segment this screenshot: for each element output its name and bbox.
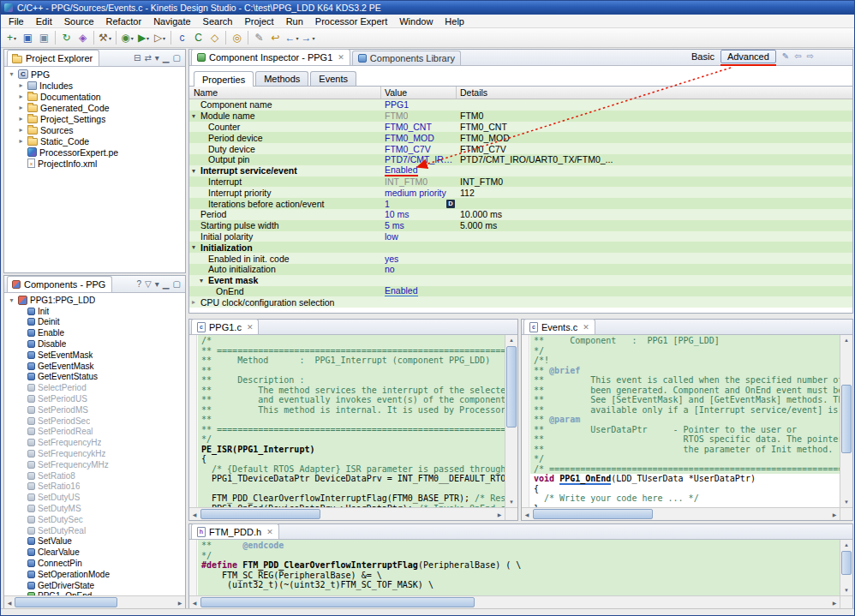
tab-properties[interactable]: Properties: [194, 71, 254, 87]
expand-toggle-icon[interactable]: ▸: [17, 115, 25, 123]
tree-item-static-code[interactable]: ▸Static_Code: [4, 135, 185, 147]
expand-toggle-icon[interactable]: ▾: [8, 296, 15, 304]
tree-item-sources[interactable]: ▸Sources: [4, 124, 185, 135]
close-icon[interactable]: ✕: [583, 323, 589, 332]
pe-component-icon[interactable]: ◈: [75, 30, 91, 46]
property-row-output-pin[interactable]: Output pinPTD7/CMT_IRO/UART0_TX/FTM0_...…: [189, 154, 852, 165]
tab-components[interactable]: Components - PPG: [7, 276, 112, 292]
components-horizontal-scrollbar[interactable]: ◀ ▶: [4, 595, 185, 608]
help-icon[interactable]: ?: [137, 280, 142, 289]
component-item-geteventstatus[interactable]: GetEventStatus: [4, 372, 185, 383]
menu-source[interactable]: Source: [58, 15, 100, 27]
component-item-ppg1-ppg-ldd[interactable]: ▾PPG1:PPG_LDD: [4, 295, 185, 306]
scroll-down-icon[interactable]: ▼: [840, 585, 852, 595]
component-item-seteventmask[interactable]: SetEventMask: [4, 350, 185, 361]
scrollbar-thumb[interactable]: [200, 597, 475, 607]
component-item-clearvalue[interactable]: ClearValue: [4, 547, 185, 558]
property-row-module-name[interactable]: ▾Module nameFTM0FTM0: [189, 111, 852, 122]
horizontal-scrollbar[interactable]: ◀ ▶: [189, 595, 840, 608]
menu-refactor[interactable]: Refactor: [100, 15, 148, 27]
row-toggle-icon[interactable]: ▾: [200, 277, 208, 284]
build-icon[interactable]: ⚒▾: [97, 30, 113, 46]
menu-navigate[interactable]: Navigate: [147, 15, 196, 27]
run-icon[interactable]: ▶▾: [135, 30, 152, 46]
component-item-setvalue[interactable]: SetValue: [4, 536, 185, 547]
scroll-left-icon[interactable]: ◀: [189, 596, 200, 608]
close-icon[interactable]: ✕: [247, 323, 254, 332]
property-row-onend[interactable]: OnEndEnabled: [189, 286, 852, 297]
property-row-duty-device[interactable]: Duty deviceFTM0_C7VFTM0_C7V: [189, 143, 852, 154]
link-with-editor-icon[interactable]: ⇄: [144, 54, 151, 63]
forward-history-icon[interactable]: →▾: [300, 30, 316, 46]
generate-code-icon[interactable]: ↻: [58, 30, 75, 46]
tab-components-library[interactable]: Components Library: [352, 51, 461, 65]
maximize-icon[interactable]: ▢: [173, 280, 181, 289]
basic-mode-button[interactable]: Basic: [691, 51, 714, 62]
property-row-event-mask[interactable]: ▾Event mask: [189, 275, 852, 286]
property-row-interrupt[interactable]: InterruptINT_FTM0INT_FTM0: [189, 176, 852, 188]
menu-processor-expert[interactable]: Processor Expert: [309, 15, 393, 27]
tab-events[interactable]: Events: [310, 71, 356, 86]
component-item-getdriverstate[interactable]: GetDriverState: [4, 580, 185, 591]
property-row-interrupt-priority[interactable]: Interrupt prioritymedium priority112: [189, 187, 852, 198]
tab-ftmpddh[interactable]: h FTM_PDD.h ✕: [191, 523, 279, 539]
search-icon[interactable]: ◎: [229, 30, 245, 46]
new-wizard-icon[interactable]: +▾: [3, 30, 20, 46]
minimize-icon[interactable]: ▁: [163, 280, 170, 289]
scroll-left-icon[interactable]: ◀: [4, 596, 15, 608]
tree-item-documentation[interactable]: ▸Documentation: [4, 91, 185, 102]
component-item-init[interactable]: Init: [4, 306, 185, 317]
menu-window[interactable]: Window: [393, 15, 439, 27]
scroll-down-icon[interactable]: ▼: [840, 497, 852, 507]
component-item-setfrequencykhz[interactable]: SetFrequencykHz: [4, 448, 185, 459]
property-row-period-device[interactable]: Period deviceFTM0_MODFTM0_MOD: [189, 132, 852, 143]
menu-search[interactable]: Search: [197, 15, 239, 27]
component-item-setperiodus[interactable]: SetPeriodUS: [4, 393, 185, 404]
tab-component-inspector[interactable]: Component Inspector - PPG1 ✕: [191, 49, 350, 65]
row-toggle-icon[interactable]: ▾: [192, 112, 200, 120]
component-item-deinit[interactable]: Deinit: [4, 317, 185, 328]
close-icon[interactable]: ✕: [338, 53, 344, 62]
menu-project[interactable]: Project: [238, 15, 279, 27]
property-row-period[interactable]: Period10 ms10.000 ms: [189, 209, 852, 220]
scroll-right-icon[interactable]: ▶: [494, 508, 505, 520]
column-header-value[interactable]: Value: [381, 87, 457, 99]
property-row-counter[interactable]: CounterFTM0_CNTFTM0_CNT: [189, 122, 852, 133]
property-row-component-name[interactable]: Component namePPG1: [189, 99, 852, 111]
last-edit-location-icon[interactable]: ↩: [267, 30, 284, 46]
save-all-icon[interactable]: ▣: [36, 30, 52, 46]
scroll-right-icon[interactable]: ▶: [829, 596, 840, 608]
back-history-icon[interactable]: ←▾: [284, 30, 300, 46]
maximize-icon[interactable]: ▢: [173, 54, 181, 63]
property-row-iterations-before-action-event[interactable]: Iterations before action/event1D: [189, 198, 852, 209]
tab-eventsc[interactable]: c Events.c ✕: [523, 319, 595, 334]
back-icon[interactable]: ⇦: [794, 52, 801, 61]
component-item-disable[interactable]: Disable: [4, 338, 185, 350]
component-item-geteventmask[interactable]: GetEventMask: [4, 361, 185, 372]
menu-file[interactable]: File: [3, 15, 30, 27]
expand-toggle-icon[interactable]: ▸: [17, 81, 25, 89]
view-menu-icon[interactable]: ▾: [155, 54, 159, 63]
expand-toggle-icon[interactable]: ▸: [17, 137, 25, 145]
advanced-mode-button[interactable]: Advanced: [720, 50, 776, 63]
tree-item-includes[interactable]: ▸Includes: [4, 80, 185, 91]
tab-ppg1c[interactable]: c PPG1.c ✕: [191, 319, 259, 334]
external-tools-icon[interactable]: ▷▾: [152, 30, 168, 46]
new-c-file-icon[interactable]: c: [174, 30, 190, 46]
scrollbar-thumb[interactable]: [841, 551, 852, 575]
property-row-interrupt-service-event[interactable]: ▾Interrupt service/eventEnabled: [189, 165, 852, 176]
vertical-scrollbar[interactable]: ▲ ▼: [505, 335, 517, 507]
scroll-left-icon[interactable]: ◀: [189, 508, 200, 520]
scroll-left-icon[interactable]: ◀: [522, 508, 532, 520]
mark-occurrences-icon[interactable]: ✎: [251, 30, 267, 46]
scroll-down-icon[interactable]: ▼: [505, 497, 517, 507]
row-toggle-icon[interactable]: ▾: [192, 243, 200, 251]
vertical-scrollbar[interactable]: ▲ ▼: [840, 540, 852, 595]
component-item-setdutyreal[interactable]: SetDutyReal: [4, 525, 185, 536]
title-bar[interactable]: C/C++ - PPG/Sources/Events.c - Kinetis D…: [1, 1, 854, 15]
property-row-auto-initialization[interactable]: Auto initializationno: [189, 264, 852, 275]
code-area-ppg1c[interactable]: /*** ===================================…: [198, 335, 505, 507]
scroll-up-icon[interactable]: ▲: [505, 335, 517, 345]
save-icon[interactable]: ▣: [20, 30, 36, 46]
collapse-all-icon[interactable]: ⊟: [134, 54, 141, 63]
